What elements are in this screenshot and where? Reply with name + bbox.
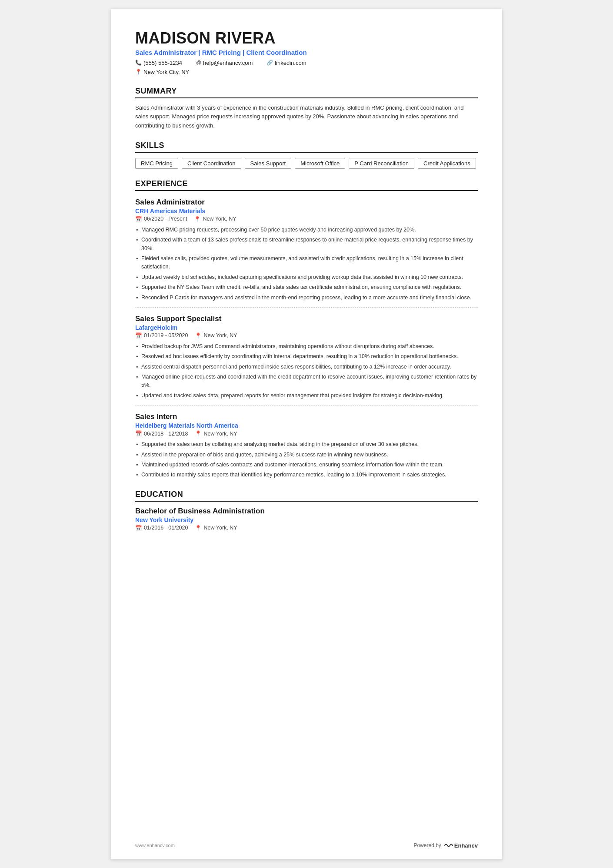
linkedin-url: linkedin.com [275,60,306,66]
edu-location-text: New York, NY [203,525,237,531]
edu-period-text: 01/2016 - 01/2020 [144,525,188,531]
location-pin-icon: 📍 [195,525,202,531]
job-title: Sales Support Specialist [135,315,478,323]
enhancv-logo: Enhancv [444,842,478,849]
phone-number: (555) 555-1234 [143,60,182,66]
job-meta: 📅 06/2020 - Present 📍 New York, NY [135,216,478,222]
list-item: Updated weekly bid schedules, included c… [135,273,478,282]
location-icon: 📍 [135,69,142,75]
list-item: Contributed to monthly sales reports tha… [135,471,478,479]
header: MADISON RIVERA Sales Administrator | RMC… [135,30,478,76]
location-text: New York City, NY [143,69,189,75]
job-location: 📍 New York, NY [194,216,236,222]
summary-title: SUMMARY [135,87,478,98]
skill-tag: P Card Reconciliation [349,158,414,169]
education-entry: Bachelor of Business Administration New … [135,507,478,531]
linkedin-icon: 🔗 [267,60,273,66]
calendar-icon: 📅 [135,332,142,339]
edu-degree: Bachelor of Business Administration [135,507,478,516]
list-item: Supported the sales team by collating an… [135,440,478,449]
location-row: 📍 New York City, NY [135,69,478,76]
location-pin-icon: 📍 [195,332,202,339]
skills-title: SKILLS [135,141,478,153]
job-entry: Sales Administrator CRH Americas Materia… [135,198,478,308]
footer-brand: Powered by Enhancv [413,842,478,849]
period-text: 06/2020 - Present [144,216,187,222]
email-icon: @ [196,60,201,66]
job-meta: 📅 01/2019 - 05/2020 📍 New York, NY [135,332,478,339]
list-item: Coordinated with a team of 13 sales prof… [135,236,478,253]
email-address: help@enhancv.com [203,60,253,66]
linkedin-contact: 🔗 linkedin.com [267,60,306,66]
period-text: 01/2019 - 05/2020 [144,332,188,338]
list-item: Supported the NY Sales Team with credit,… [135,283,478,292]
education-title: EDUCATION [135,490,478,502]
calendar-icon: 📅 [135,525,142,531]
job-title: Sales Intern [135,412,478,421]
job-entry: Sales Support Specialist LafargeHolcim 📅… [135,315,478,406]
period-text: 06/2018 - 12/2018 [144,431,188,437]
list-item: Managed online price requests and coordi… [135,373,478,390]
skill-tag: Sales Support [245,158,292,169]
list-item: Fielded sales calls, provided quotes, vo… [135,255,478,271]
list-item: Assisted central dispatch personnel and … [135,363,478,371]
summary-section: SUMMARY Sales Administrator with 3 years… [135,87,478,131]
education-section: EDUCATION Bachelor of Business Administr… [135,490,478,531]
edu-meta: 📅 01/2016 - 01/2020 📍 New York, NY [135,525,478,531]
location-text: New York, NY [203,216,236,222]
location-contact: 📍 New York City, NY [135,69,189,75]
job-period: 📅 06/2020 - Present [135,216,187,222]
job-title: Sales Administrator [135,198,478,207]
job-period: 📅 06/2018 - 12/2018 [135,430,188,437]
job-location: 📍 New York, NY [195,332,237,339]
education-container: Bachelor of Business Administration New … [135,507,478,531]
list-item: Maintained updated records of sales cont… [135,461,478,469]
job-entry: Sales Intern Heidelberg Materials North … [135,412,478,479]
edu-school: New York University [135,516,478,523]
page-footer: www.enhancv.com Powered by Enhancv [135,842,478,849]
logo-icon [444,842,453,849]
skills-section: SKILLS RMC PricingClient CoordinationSal… [135,141,478,169]
calendar-icon: 📅 [135,430,142,437]
company-name: LafargeHolcim [135,324,478,331]
calendar-icon: 📅 [135,216,142,222]
skill-tag: Client Coordination [182,158,241,169]
jobs-container: Sales Administrator CRH Americas Materia… [135,198,478,479]
job-meta: 📅 06/2018 - 12/2018 📍 New York, NY [135,430,478,437]
job-bullets: Provided backup for JWS and Command admi… [135,342,478,400]
edu-location: 📍 New York, NY [195,525,237,531]
location-text: New York, NY [203,431,237,437]
job-period: 📅 01/2019 - 05/2020 [135,332,188,339]
company-name: CRH Americas Materials [135,208,478,214]
location-pin-icon: 📍 [194,216,201,222]
experience-title: EXPERIENCE [135,179,478,191]
candidate-title: Sales Administrator | RMC Pricing | Clie… [135,49,478,56]
list-item: Resolved ad hoc issues efficiently by co… [135,352,478,361]
location-text: New York, NY [203,332,237,338]
skill-tag: RMC Pricing [135,158,178,169]
list-item: Managed RMC pricing requests, processing… [135,226,478,234]
brand-name: Enhancv [454,842,478,849]
phone-icon: 📞 [135,60,142,66]
edu-period: 📅 01/2016 - 01/2020 [135,525,188,531]
summary-text: Sales Administrator with 3 years of expe… [135,104,478,131]
list-item: Assisted in the preparation of bids and … [135,451,478,459]
list-item: Updated and tracked sales data, prepared… [135,392,478,400]
skills-container: RMC PricingClient CoordinationSales Supp… [135,158,478,169]
footer-website: www.enhancv.com [135,843,175,848]
skill-tag: Microsoft Office [295,158,345,169]
contact-row: 📞 (555) 555-1234 @ help@enhancv.com 🔗 li… [135,60,478,67]
job-bullets: Supported the sales team by collating an… [135,440,478,479]
email-contact: @ help@enhancv.com [196,60,253,66]
list-item: Reconciled P Cards for managers and assi… [135,294,478,302]
job-bullets: Managed RMC pricing requests, processing… [135,226,478,302]
location-pin-icon: 📍 [195,430,202,437]
phone-contact: 📞 (555) 555-1234 [135,60,182,66]
resume-page: MADISON RIVERA Sales Administrator | RMC… [111,9,502,859]
candidate-name: MADISON RIVERA [135,30,478,47]
company-name: Heidelberg Materials North America [135,422,478,429]
powered-by-text: Powered by [413,842,441,848]
list-item: Provided backup for JWS and Command admi… [135,342,478,351]
skill-tag: Credit Applications [418,158,476,169]
job-location: 📍 New York, NY [195,430,237,437]
